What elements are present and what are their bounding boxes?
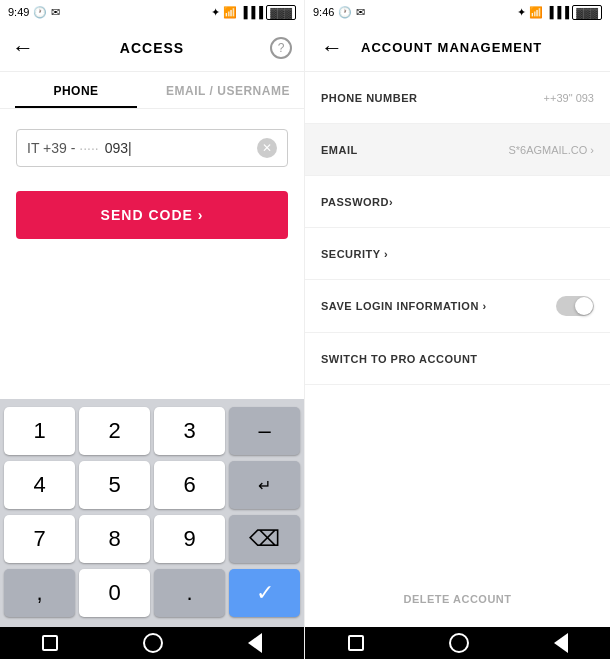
keyboard-row-4: , 0 . ✓ bbox=[4, 569, 300, 617]
key-0[interactable]: 0 bbox=[79, 569, 150, 617]
alarm-icon: 🕐 bbox=[33, 6, 47, 19]
alarm-icon-right: 🕐 bbox=[338, 6, 352, 19]
save-login-toggle[interactable] bbox=[556, 296, 594, 316]
send-code-button[interactable]: SEND CODE › bbox=[16, 191, 288, 239]
tab-email-username[interactable]: EMAIL / USERNAME bbox=[152, 72, 304, 108]
email-label: EMAIL bbox=[321, 144, 508, 156]
info-button[interactable]: ? bbox=[270, 37, 292, 59]
key-backspace[interactable]: ⌫ bbox=[229, 515, 300, 563]
switch-pro-label: SWITCH TO PRO ACCOUNT bbox=[321, 353, 594, 365]
back-nav-icon-right[interactable] bbox=[554, 633, 568, 653]
toggle-knob bbox=[575, 297, 593, 315]
keyboard-row-3: 7 8 9 ⌫ bbox=[4, 515, 300, 563]
message-icon-right: ✉ bbox=[356, 6, 365, 19]
phone-input-section: IT +39 - ····· ✕ bbox=[0, 109, 304, 179]
status-icons-right: ✦ 📶 ▐▐▐ ▓▓▓ bbox=[211, 5, 296, 20]
time-display: 9:49 bbox=[8, 6, 29, 18]
bluetooth-icon-right: ✦ bbox=[517, 6, 526, 19]
time-display-right: 9:46 bbox=[313, 6, 334, 18]
key-dash[interactable]: – bbox=[229, 407, 300, 455]
phone-number-input[interactable] bbox=[105, 140, 257, 156]
signal-icon: ▐▐▐ bbox=[240, 6, 263, 18]
phone-input-row: IT +39 - ····· ✕ bbox=[16, 129, 288, 167]
right-panel: 9:46 🕐 ✉ ✦ 📶 ▐▐▐ ▓▓▓ ← ACCOUNT MANAGEMEN… bbox=[305, 0, 610, 659]
account-list: PHONE NUMBER ++39" 093 EMAIL S*6AGMAIL.C… bbox=[305, 72, 610, 569]
left-panel: 9:49 🕐 ✉ ✦ 📶 ▐▐▐ ▓▓▓ ← ACCESS ? PHONE EM… bbox=[0, 0, 305, 659]
wifi-icon-right: 📶 bbox=[529, 6, 543, 19]
account-item-switch-pro[interactable]: SWITCH TO PRO ACCOUNT bbox=[305, 333, 610, 385]
key-1[interactable]: 1 bbox=[4, 407, 75, 455]
account-item-email[interactable]: EMAIL S*6AGMAIL.CO › bbox=[305, 124, 610, 176]
back-button-left[interactable]: ← bbox=[12, 35, 34, 61]
status-icons-right2: ✦ 📶 ▐▐▐ ▓▓▓ bbox=[517, 5, 602, 20]
phone-value: ++39" 093 bbox=[544, 92, 594, 104]
email-value: S*6AGMAIL.CO › bbox=[508, 144, 594, 156]
back-button-right[interactable]: ← bbox=[321, 35, 343, 61]
message-icon: ✉ bbox=[51, 6, 60, 19]
key-dot[interactable]: . bbox=[154, 569, 225, 617]
account-item-save-login[interactable]: SAVE LOGIN INFORMATION › bbox=[305, 280, 610, 333]
page-title-right: ACCOUNT MANAGEMENT bbox=[361, 40, 542, 55]
back-nav-icon[interactable] bbox=[248, 633, 262, 653]
top-nav-left: ← ACCESS ? bbox=[0, 24, 304, 72]
signal-icon-right: ▐▐▐ bbox=[546, 6, 569, 18]
save-login-label: SAVE LOGIN INFORMATION › bbox=[321, 300, 556, 312]
numeric-keyboard: 1 2 3 – 4 5 6 ↵ 7 8 9 ⌫ , 0 . ✓ bbox=[0, 399, 304, 627]
clear-input-button[interactable]: ✕ bbox=[257, 138, 277, 158]
tab-email-label: EMAIL / USERNAME bbox=[166, 84, 290, 98]
page-title-left: ACCESS bbox=[120, 40, 184, 56]
key-4[interactable]: 4 bbox=[4, 461, 75, 509]
key-8[interactable]: 8 bbox=[79, 515, 150, 563]
battery-icon: ▓▓▓ bbox=[266, 5, 296, 20]
status-bar-left: 9:49 🕐 ✉ ✦ 📶 ▐▐▐ ▓▓▓ bbox=[0, 0, 304, 24]
home-icon-right[interactable] bbox=[449, 633, 469, 653]
delete-account-section: DELETE ACCOUNT bbox=[305, 569, 610, 627]
tab-phone-label: PHONE bbox=[53, 84, 98, 98]
key-confirm[interactable]: ✓ bbox=[229, 569, 300, 617]
status-bar-time-area: 9:49 🕐 ✉ bbox=[8, 6, 60, 19]
bluetooth-icon: ✦ bbox=[211, 6, 220, 19]
battery-icon-right: ▓▓▓ bbox=[572, 5, 602, 20]
account-item-security[interactable]: SECURITY › bbox=[305, 228, 610, 280]
key-9[interactable]: 9 bbox=[154, 515, 225, 563]
key-comma[interactable]: , bbox=[4, 569, 75, 617]
key-3[interactable]: 3 bbox=[154, 407, 225, 455]
keyboard-row-1: 1 2 3 – bbox=[4, 407, 300, 455]
account-item-phone[interactable]: PHONE NUMBER ++39" 093 bbox=[305, 72, 610, 124]
password-label: PASSWORD› bbox=[321, 196, 594, 208]
key-6[interactable]: 6 bbox=[154, 461, 225, 509]
tabs-container: PHONE EMAIL / USERNAME bbox=[0, 72, 304, 109]
status-bar-right: 9:46 🕐 ✉ ✦ 📶 ▐▐▐ ▓▓▓ bbox=[305, 0, 610, 24]
key-7[interactable]: 7 bbox=[4, 515, 75, 563]
phone-label: PHONE NUMBER bbox=[321, 92, 544, 104]
keyboard-row-2: 4 5 6 ↵ bbox=[4, 461, 300, 509]
recent-apps-icon[interactable] bbox=[42, 635, 58, 651]
key-enter[interactable]: ↵ bbox=[229, 461, 300, 509]
delete-account-button[interactable]: DELETE ACCOUNT bbox=[403, 593, 511, 605]
recent-apps-icon-right[interactable] bbox=[348, 635, 364, 651]
security-label: SECURITY › bbox=[321, 248, 594, 260]
bottom-nav-bar-right bbox=[305, 627, 610, 659]
masked-digits: ····· bbox=[79, 140, 98, 156]
key-5[interactable]: 5 bbox=[79, 461, 150, 509]
tab-phone[interactable]: PHONE bbox=[0, 72, 152, 108]
key-2[interactable]: 2 bbox=[79, 407, 150, 455]
bottom-nav-bar-left bbox=[0, 627, 304, 659]
phone-prefix: IT +39 - ····· bbox=[27, 140, 99, 156]
status-time-right: 9:46 🕐 ✉ bbox=[313, 6, 365, 19]
top-nav-right: ← ACCOUNT MANAGEMENT bbox=[305, 24, 610, 72]
account-item-password[interactable]: PASSWORD› bbox=[305, 176, 610, 228]
wifi-icon: 📶 bbox=[223, 6, 237, 19]
home-icon[interactable] bbox=[143, 633, 163, 653]
